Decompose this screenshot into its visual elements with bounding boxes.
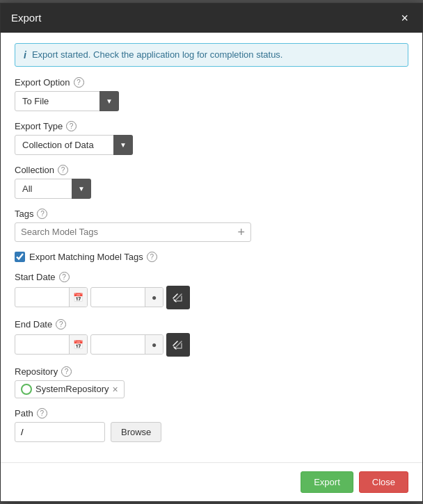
path-row: Browse xyxy=(15,422,408,442)
end-date-label: End Date ? xyxy=(15,319,408,330)
tags-search-input[interactable] xyxy=(21,227,237,237)
tags-label: Tags ? xyxy=(15,209,408,219)
end-date-calendar-icon[interactable]: 📅 xyxy=(69,335,87,354)
modal-body: i Export started. Check the application … xyxy=(1,33,422,462)
end-date-help-icon[interactable]: ? xyxy=(56,319,66,330)
close-button[interactable]: Close xyxy=(359,471,408,493)
export-option-help-icon[interactable]: ? xyxy=(74,77,84,88)
repository-name: SystemRepository xyxy=(35,384,109,394)
path-input[interactable] xyxy=(15,422,105,442)
tags-help-icon[interactable]: ? xyxy=(37,209,47,219)
repository-help-icon[interactable]: ? xyxy=(61,366,72,377)
collection-select[interactable]: All None xyxy=(15,179,91,199)
modal-title: Export xyxy=(11,12,41,24)
path-help-icon[interactable]: ? xyxy=(37,408,47,418)
export-option-select-wrapper[interactable]: To File To Repository xyxy=(15,91,119,111)
start-date-input-wrapper: 📅 xyxy=(15,287,88,307)
end-date-row: 📅 ● xyxy=(15,333,408,357)
tags-add-icon[interactable]: + xyxy=(237,226,245,238)
start-time-input-wrapper: ● xyxy=(90,287,163,307)
path-label: Path ? xyxy=(15,408,408,418)
export-option-label: Export Option ? xyxy=(15,77,408,88)
start-date-calendar-icon[interactable]: 📅 xyxy=(69,288,87,307)
erase-icon xyxy=(173,292,184,303)
export-matching-help-icon[interactable]: ? xyxy=(147,252,157,262)
export-type-help-icon[interactable]: ? xyxy=(66,121,77,131)
collection-label: Collection ? xyxy=(15,165,408,175)
export-matching-checkbox[interactable] xyxy=(15,252,25,262)
export-modal: Export × i Export started. Check the app… xyxy=(0,3,423,502)
start-date-label: Start Date ? xyxy=(15,272,408,282)
export-type-select[interactable]: Collection of Data Model Dataset xyxy=(15,135,133,155)
start-time-clock-icon[interactable]: ● xyxy=(145,288,163,307)
header-close-button[interactable]: × xyxy=(397,10,412,26)
start-date-row: 📅 ● xyxy=(15,286,408,309)
tags-group: Tags ? + xyxy=(15,209,408,242)
info-banner: i Export started. Check the application … xyxy=(15,43,408,67)
modal-footer: Export Close xyxy=(1,462,422,501)
repository-label: Repository ? xyxy=(15,366,408,377)
collection-group: Collection ? All None xyxy=(15,165,408,199)
repository-group: Repository ? SystemRepository × xyxy=(15,366,408,398)
end-date-erase-button[interactable] xyxy=(166,333,190,357)
export-type-label: Export Type ? xyxy=(15,121,408,131)
export-matching-label[interactable]: Export Matching Model Tags ? xyxy=(29,252,157,262)
end-date-input-wrapper: 📅 xyxy=(15,334,88,355)
repository-tag: SystemRepository × xyxy=(15,380,125,398)
repository-status-icon xyxy=(21,384,32,395)
repository-remove-icon[interactable]: × xyxy=(112,384,118,394)
export-matching-row: Export Matching Model Tags ? xyxy=(15,252,408,262)
path-group: Path ? Browse xyxy=(15,408,408,442)
info-text: Export started. Check the application lo… xyxy=(32,49,283,60)
start-date-erase-button[interactable] xyxy=(166,286,190,309)
end-time-input-wrapper: ● xyxy=(90,334,163,355)
info-icon: i xyxy=(24,49,26,60)
erase-icon-2 xyxy=(173,339,184,350)
export-option-select[interactable]: To File To Repository xyxy=(15,91,119,111)
export-type-group: Export Type ? Collection of Data Model D… xyxy=(15,121,408,155)
collection-select-wrapper[interactable]: All None xyxy=(15,179,91,199)
start-date-group: Start Date ? 📅 ● xyxy=(15,272,408,309)
tags-input-wrapper: + xyxy=(15,222,251,242)
browse-button[interactable]: Browse xyxy=(111,422,161,442)
export-button[interactable]: Export xyxy=(301,471,353,493)
export-option-group: Export Option ? To File To Repository xyxy=(15,77,408,111)
end-date-group: End Date ? 📅 ● xyxy=(15,319,408,357)
modal-header: Export × xyxy=(1,3,422,33)
export-type-select-wrapper[interactable]: Collection of Data Model Dataset xyxy=(15,135,133,155)
collection-help-icon[interactable]: ? xyxy=(58,165,68,175)
start-date-help-icon[interactable]: ? xyxy=(59,272,70,282)
end-time-clock-icon[interactable]: ● xyxy=(145,335,163,354)
